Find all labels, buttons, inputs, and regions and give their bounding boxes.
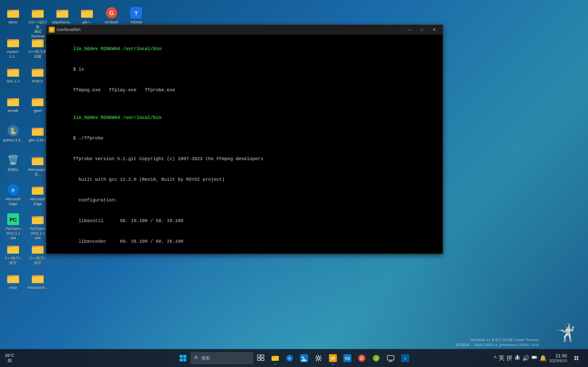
svg-text:G: G	[109, 10, 114, 17]
tray-arrow-icon[interactable]: ^	[494, 355, 497, 362]
svg-rect-74	[271, 356, 275, 357]
notification-center-button[interactable]	[570, 351, 583, 365]
andama-label: ninja	[9, 285, 17, 290]
tray-network-icon[interactable]	[514, 354, 520, 362]
desktop-icon-qtquick[interactable]: qtquickexa...	[51, 5, 74, 27]
recycle-icon: 🗑️	[7, 154, 19, 166]
refresh-button[interactable]: ↺	[370, 351, 383, 365]
svg-rect-52	[32, 216, 37, 218]
svg-rect-32	[32, 100, 44, 106]
browser-taskbar-button[interactable]: e	[283, 351, 296, 365]
qtquick-folder-icon	[56, 7, 68, 19]
desktop-icon-sdl[interactable]: SDL-1.2	[2, 64, 25, 86]
maximize-button[interactable]: □	[416, 26, 428, 33]
svg-rect-7	[56, 11, 68, 18]
desktop-icon-cppplus[interactable]: C++练习+练字	[2, 241, 25, 267]
terminal-folder-icon	[32, 7, 44, 19]
svg-text:🐍: 🐍	[9, 127, 17, 134]
desktop-icon-lz4net[interactable]: Microsoft Edge	[26, 182, 49, 208]
clock-time: 21:30	[549, 353, 567, 359]
svg-rect-41	[32, 158, 44, 165]
desktop-icon-ninja[interactable]: C++练习+ 练字	[26, 241, 49, 267]
monitor-button[interactable]	[384, 351, 397, 365]
term-blank-1	[51, 100, 438, 107]
svg-text:e: e	[11, 187, 15, 193]
settings-button[interactable]	[312, 351, 325, 365]
tray-volume-icon[interactable]: 🔊	[522, 355, 530, 362]
andama-folder-icon	[7, 272, 19, 284]
svg-text:T: T	[135, 10, 138, 16]
music-button[interactable]: ♪	[398, 351, 412, 365]
term-line-4: lin_h@dev MINGW64 /usr/local/bin	[51, 107, 438, 128]
svg-text:G: G	[360, 356, 363, 361]
desktop-icon-todesk[interactable]: T ToDesk	[125, 5, 148, 27]
terminal-titlebar: M /usr/local/bin — □ ✕	[46, 25, 443, 34]
terminal-app-icon: M	[49, 27, 55, 33]
task-view-button[interactable]	[254, 351, 268, 365]
desktop-icon-gtk2[interactable]: gtk+-3.94.0	[26, 123, 49, 145]
clock-widget[interactable]: 21:30 2023/9/10	[549, 353, 567, 363]
svg-rect-71	[257, 358, 260, 360]
vsyasn-folder-icon	[7, 36, 19, 48]
svg-rect-18	[7, 39, 12, 41]
git-taskbar-button[interactable]: G	[355, 351, 369, 365]
svg-rect-104	[518, 356, 519, 360]
start-button[interactable]	[176, 351, 190, 365]
clock-date: 2023/9/10	[549, 359, 567, 363]
tray-ime-icon[interactable]: 拼	[506, 354, 512, 362]
svg-rect-47	[32, 187, 37, 188]
llvm-folder-icon	[32, 154, 44, 166]
file-explorer-button[interactable]	[268, 351, 282, 365]
mstsc-folder-icon	[32, 213, 44, 225]
desktop-icon-cpp[interactable]: C++练习/面试题	[26, 34, 49, 61]
python-icon: 🐍	[7, 125, 19, 137]
desktop-icon-pycharm[interactable]: PC PyCharm2021.1.1 x64	[2, 211, 25, 242]
desktop-icon-python[interactable]: 🐍 python-3.9...	[2, 123, 25, 145]
desktop-icon-edge[interactable]: e MicrosoftEdge	[2, 182, 25, 208]
terminal-taskbar-button[interactable]: M	[326, 351, 340, 365]
search-bar[interactable]: 🔍 搜索	[191, 352, 253, 364]
desktop-icon-demo[interactable]: demo	[2, 5, 25, 27]
svg-rect-72	[261, 358, 264, 360]
desktop-icon-recycle[interactable]: 🗑️ 回收站	[2, 152, 25, 174]
term-line-5: $ ./ffprobe	[51, 128, 438, 149]
svg-rect-97	[387, 356, 394, 360]
svg-rect-4	[32, 11, 44, 18]
desktop-icon-firstcv[interactable]: firstCV	[26, 64, 49, 86]
desktop-icon-gitbash[interactable]: G Git Bash	[100, 5, 123, 27]
tray-language-icon[interactable]: 英	[499, 354, 504, 362]
minimize-button[interactable]: —	[403, 26, 415, 33]
taskbar-right: ^ 英 拼 🔊 �	[494, 351, 583, 365]
desktop-icon-llvm[interactable]: llvm-project 无...	[26, 152, 49, 179]
svg-rect-23	[7, 70, 19, 77]
photos-button[interactable]	[297, 351, 311, 365]
close-button[interactable]: ✕	[428, 26, 440, 33]
terminal-content[interactable]: lin_h@dev MINGW64 /usr/local/bin $ ls ff…	[46, 34, 443, 254]
svg-rect-110	[577, 356, 578, 358]
desktop-icon-gperf[interactable]: gperf	[26, 93, 49, 115]
desktop-icon-vsyasn[interactable]: vsyasn-1.3...	[2, 34, 25, 61]
terminal-title-text: /usr/local/bin	[57, 27, 403, 32]
vsyasn-label: vsyasn-1.3...	[3, 50, 23, 59]
tray-notification-icon[interactable]: 🔔	[539, 355, 547, 362]
svg-rect-106	[536, 357, 537, 358]
desktop-icon-photoshop[interactable]: Andama-R...	[26, 270, 49, 292]
desktop-icon-andama[interactable]: ninja	[2, 270, 25, 292]
svg-rect-67	[180, 359, 183, 361]
svg-line-86	[320, 360, 321, 361]
svg-text:e: e	[288, 356, 291, 360]
svg-rect-103	[515, 357, 516, 360]
desktop-icon-emsdk[interactable]: emsdk	[2, 93, 25, 115]
svg-rect-60	[7, 276, 19, 283]
photoshop-label: Andama-R...	[27, 285, 48, 290]
weather-widget[interactable]: 26°C 阴	[5, 353, 14, 363]
svg-rect-10	[81, 11, 93, 18]
gperf-label: gperf	[34, 108, 42, 113]
photoshop-folder-icon	[32, 272, 44, 284]
demo-folder-icon	[7, 7, 19, 19]
svg-rect-30	[7, 98, 12, 100]
svg-rect-42	[32, 157, 37, 159]
tray-battery-icon[interactable]	[532, 354, 537, 362]
vscode-button[interactable]: VS	[341, 351, 354, 365]
desktop-icon-mstsc[interactable]: PyCharm 2021.1.1 x64	[26, 211, 49, 242]
